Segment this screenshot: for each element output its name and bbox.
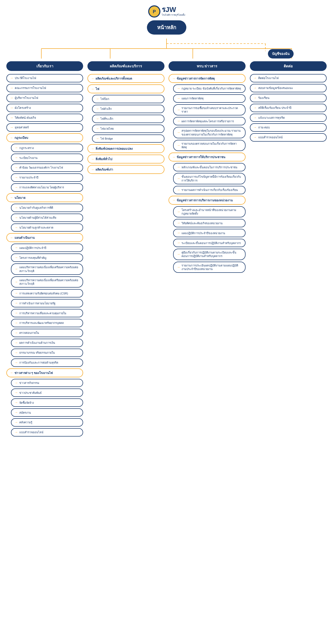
list-item[interactable]: ผังโครงสร้าง bbox=[6, 104, 83, 112]
col-about-header[interactable]: เกี่ยวกับเรา bbox=[6, 61, 83, 71]
list-item[interactable]: การดำเนินการตามนโยบายรัฐ bbox=[11, 299, 83, 307]
list-item[interactable]: สถิติเรื่องร้องเรียน ประจำปี bbox=[250, 104, 327, 112]
list-item[interactable]: แผนปฏิบัติการประจำปี bbox=[11, 244, 83, 252]
sec3-items: โครงสร้างและอำนาจหน้าที่ของหน่วยงานตามกฎ… bbox=[169, 206, 245, 274]
list-item[interactable]: ข่าวประชาสัมพันธ์ bbox=[11, 388, 83, 397]
sec1-items: กฎหมาย ระเบียบ ข้อบังคับที่เกี่ยวกับการจ… bbox=[169, 84, 245, 153]
list-item[interactable]: รายงานประจำปี bbox=[11, 173, 83, 182]
sub-section-fire[interactable]: ไฟ bbox=[87, 84, 164, 93]
col-news-header[interactable]: พรบ.ข่าวสาร bbox=[169, 61, 245, 71]
list-item[interactable]: วิสัยทัศน์-พันธกิจ bbox=[6, 114, 83, 122]
list-item[interactable]: ธรรมาบรรณ จริยธรรมภายใน bbox=[11, 349, 83, 357]
plan-items: แผนปฏิบัติการประจำปี โครงการลงทุนที่สำคั… bbox=[6, 244, 83, 368]
logo-wrapper: P รJW โรงไฟฟ้า ราชบุรีโฮลดิ้ง bbox=[148, 5, 185, 18]
list-item[interactable]: สอบถามข้อมูล/ข้อเสนอแนะ bbox=[250, 84, 327, 92]
col-contact-items: ติดต่อโรงงานไฟ สอบถามข้อมูล/ข้อเสนอแนะ ร… bbox=[250, 74, 327, 143]
col-products: ผลิตภัณฑ์และบริการ ผลิตภัณฑ์และบริการทั้… bbox=[87, 61, 164, 438]
list-item[interactable]: สรุปผลการจัดหาพัสดุในรอบปีงบประมาณ รายงา… bbox=[173, 127, 245, 138]
sub-section-news[interactable]: ข่าวสารต่าง ๆ ของโรงงานไฟ bbox=[6, 368, 83, 377]
col-news-items: ข้อมูลข่าวสารการจัดการพัสดุ กฎหมาย ระเบี… bbox=[169, 74, 245, 274]
col-contact: ติดต่อ ติดต่อโรงงานไฟ สอบถามข้อมูล/ข้อเส… bbox=[250, 61, 327, 438]
list-item[interactable]: นโยบายกำกับดูแลกิจการที่ดี bbox=[11, 204, 83, 212]
col-products-header[interactable]: ผลิตภัณฑ์และบริการ bbox=[87, 61, 164, 71]
list-item[interactable]: ไฟตัวเล็ก bbox=[92, 105, 164, 113]
list-item[interactable]: แผนปฏิบัติการประจำปีของหน่วยงาน bbox=[173, 229, 245, 237]
list-item[interactable]: โครงการลงทุนที่สำคัญ bbox=[11, 253, 83, 262]
list-item[interactable]: สิ่งพิมพ์ทั่วไป bbox=[87, 155, 164, 163]
rules-subitems: กฎกระทรวง ระเบียบโรงงาน คำนิยม วัฒนธรรมอ… bbox=[6, 144, 83, 193]
home-btn-container: หน้าหลัก bbox=[3, 20, 330, 37]
sub-sec2-header[interactable]: ข้อมูลข่าวสารการให้บริการประชาชน bbox=[169, 153, 245, 161]
list-item[interactable]: หลักเกณฑ์และขั้นตอนในการบริการประชาชน bbox=[173, 163, 245, 171]
list-item[interactable]: ผู้บริหารโรงงานไฟ bbox=[6, 94, 83, 102]
home-button[interactable]: หน้าหลัก bbox=[147, 20, 186, 35]
list-item[interactable]: รายงานของตรวจสอบภายในเกี่ยวกับการจัดหาพั… bbox=[173, 140, 245, 151]
list-item[interactable]: ตรวจสอบภายใน bbox=[11, 329, 83, 337]
list-item[interactable]: ไฟป๊อก bbox=[92, 95, 164, 103]
sub-section-rules[interactable]: กฎระเบียบ bbox=[6, 133, 83, 142]
list-item[interactable]: รายงานการขอซื้อขอจ้างสอบราคาและประกวดราค… bbox=[173, 104, 245, 116]
col-news: พรบ.ข่าวสาร ข้อมูลข่าวสารการจัดการพัสดุ … bbox=[169, 61, 245, 438]
list-item[interactable]: คู่มือเกี่ยวกับการปฏิบัติงานตามระเบียบแล… bbox=[173, 249, 245, 260]
list-item[interactable]: นโยบายด้านลูกค้าและตลาด bbox=[11, 223, 83, 232]
list-item[interactable]: ผลการจัดหาพัสดุแต่ละโครงการหรือรายการ bbox=[173, 117, 245, 125]
account-button[interactable]: บัญชีของฉัน bbox=[268, 49, 294, 58]
col-about-items: ประวัติโรงงานไฟ คณะกรรมการโรงงานไฟ ผู้บร… bbox=[6, 74, 83, 438]
logo-brand-sub: โรงไฟฟ้า ราชบุรีโฮลดิ้ง bbox=[162, 13, 185, 17]
list-item[interactable]: ไฟ Bridge bbox=[92, 134, 164, 143]
list-item[interactable]: แบบสำรวจออนไลน์ bbox=[250, 133, 327, 142]
policy-items: นโยบายกำกับดูแลกิจการที่ดี นโยบายด้านผู้… bbox=[6, 204, 83, 233]
list-item[interactable]: คำนิยม วัฒนธรรมองค์กร โรงงานไฟ bbox=[11, 163, 83, 172]
list-item[interactable]: แผนการจัดหาพัสดุ bbox=[173, 94, 245, 103]
svg-text:P: P bbox=[153, 9, 156, 14]
list-item[interactable]: โครงสร้างและอำนาจหน้าที่ของหน่วยงานตามกฎ… bbox=[173, 206, 245, 218]
list-item[interactable]: ผลการดำเนินงานด้านการเงิน bbox=[11, 339, 83, 347]
list-item[interactable]: ระเบียบโรงงาน bbox=[11, 154, 83, 162]
list-item[interactable]: ไฟมวยไทย bbox=[92, 125, 164, 133]
list-item[interactable]: นโยบายด้านผู้มีส่วนได้ส่วนเสีย bbox=[11, 214, 83, 222]
list-item[interactable]: รายงานการประเมินผลปฏิบัติงานตามแผนปฏิบัต… bbox=[173, 262, 245, 273]
sub-section-plan[interactable]: แผนดำเนินงาน bbox=[6, 233, 83, 242]
list-item[interactable]: การบริหารและพัฒนาทรัพยากรบุคคล bbox=[11, 319, 83, 327]
list-item[interactable]: การป้องกันและการต่อต้านทุจริต bbox=[11, 358, 83, 367]
list-item[interactable]: รายงานผลการดำเนินการเกี่ยวกับเรื่องร้องเ… bbox=[173, 186, 245, 194]
list-item[interactable]: แผนบริหารความต่อเนื่องเพื่อเตรียมความพร้… bbox=[11, 263, 83, 275]
col-products-items: ผลิตภัณฑ์และบริการทั้งหมด ไฟ ไฟป๊อก ไฟตั… bbox=[87, 74, 164, 175]
list-item[interactable]: ไฟที่ระเล็ก bbox=[92, 115, 164, 123]
tree-connector: บัญชีของฉัน bbox=[3, 38, 330, 61]
main-columns: เกี่ยวกับเรา ประวัติโรงงานไฟ คณะกรรมการโ… bbox=[3, 61, 330, 438]
list-item[interactable]: ผลิตภัณฑ์เก่า bbox=[87, 165, 164, 174]
list-item[interactable]: สิ่งพิมพ์ปลอดการปลอมแปลง bbox=[87, 144, 164, 153]
list-item[interactable]: วิสัยทัศน์และพันธกิจของหน่วยงาน bbox=[173, 219, 245, 227]
logo-icon: P bbox=[148, 5, 161, 18]
list-item[interactable]: ถาม-ตอบ bbox=[250, 123, 327, 132]
list-item[interactable]: แบบสำรวจออนไลน์ bbox=[11, 428, 83, 437]
list-item[interactable]: แผนบริหารความต่อเนื่องเพื่อเตรียมความพร้… bbox=[11, 276, 83, 288]
list-item[interactable]: การแสดงความรับผิดชอบต่อสังคม (CSR) bbox=[11, 289, 83, 297]
sub-sec1-header[interactable]: ข้อมูลข่าวสารการจัดการพัสดุ bbox=[169, 74, 245, 83]
list-item[interactable]: ร้องเรียน bbox=[250, 94, 327, 102]
list-item[interactable]: ประวัติโรงงานไฟ bbox=[6, 74, 83, 82]
list-item[interactable]: กฎหมาย ระเบียบ ข้อบังคับที่เกี่ยวกับการจ… bbox=[173, 84, 245, 93]
col-contact-header[interactable]: ติดต่อ bbox=[250, 61, 327, 71]
list-item[interactable]: ขั้นตอนการแก้ไขปัญหาหนี้มีการร้องเรียนเก… bbox=[173, 173, 245, 184]
list-item[interactable]: ติดต่อโรงงานไฟ bbox=[250, 74, 327, 82]
list-item[interactable]: กฎกระทรวง bbox=[11, 144, 83, 152]
sec2-items: หลักเกณฑ์และขั้นตอนในการบริการประชาชน ขั… bbox=[169, 163, 245, 196]
list-item[interactable]: การบริหารความเสี่ยงและควบคุมภายใน bbox=[11, 309, 83, 317]
logo-brand: รJW โรงไฟฟ้า ราชบุรีโฮลดิ้ง bbox=[162, 6, 185, 17]
sub-sec3-header[interactable]: ข้อมูลข่าวสารการบริหารงานของหน่วยงาน bbox=[169, 196, 245, 205]
sub-section-policy[interactable]: นโยบาย bbox=[6, 193, 83, 202]
list-item[interactable]: คลังความรู้ bbox=[11, 418, 83, 427]
list-item[interactable]: การแถลงทิศทางนโยบาย โดยผู้บริหาร bbox=[11, 183, 83, 192]
page-container: P รJW โรงไฟฟ้า ราชบุรีโฮลดิ้ง หน้าหลัก bbox=[0, 0, 333, 443]
fire-items: ไฟป๊อก ไฟตัวเล็ก ไฟที่ระเล็ก ไฟมวยไทย ไฟ… bbox=[87, 95, 164, 144]
list-item[interactable]: ยุทธศาสตร์ bbox=[6, 123, 83, 132]
list-item[interactable]: ระเบียบและขั้นตอนการปฏิบัติงานสำหรับบุคล… bbox=[173, 239, 245, 247]
list-item[interactable]: คณะกรรมการโรงงานไฟ bbox=[6, 84, 83, 92]
list-item[interactable]: แจ้งเบาะแสการทุจริต bbox=[250, 114, 327, 122]
products-all[interactable]: ผลิตภัณฑ์และบริการทั้งหมด bbox=[87, 74, 164, 83]
list-item[interactable]: สมัครงาน bbox=[11, 408, 83, 417]
list-item[interactable]: ข่าวสารกิจกรรม bbox=[11, 379, 83, 387]
list-item[interactable]: จัดซื้อจัดจ้าง bbox=[11, 398, 83, 407]
